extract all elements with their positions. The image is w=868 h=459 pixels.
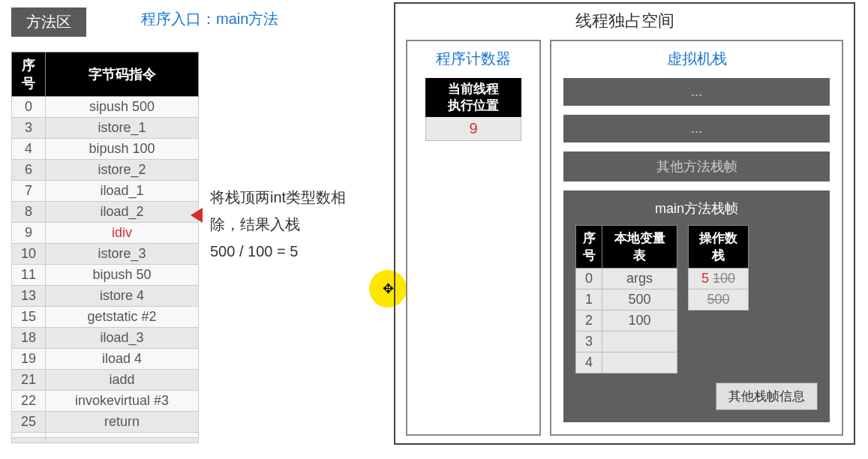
bytecode-instr — [46, 438, 199, 443]
bytecode-seq: 9 — [12, 223, 46, 244]
bytecode-instr: getstatic #2 — [46, 307, 199, 328]
opstack-cell: 500 — [689, 290, 749, 310]
lvt-val: args — [602, 268, 677, 290]
stack-frame-bar: ... — [563, 115, 830, 142]
local-variable-table: 序号 本地变量表 0args1500210034 — [575, 225, 677, 374]
bytecode-seq: 25 — [12, 412, 46, 433]
bytecode-instr: idiv — [46, 223, 199, 244]
bytecode-seq: 4 — [12, 139, 46, 160]
lvt-seq: 0 — [576, 268, 602, 290]
bytecode-instr: iload_2 — [46, 202, 199, 223]
pc-title: 程序计数器 — [407, 49, 539, 69]
bytecode-row: 13istore 4 — [12, 286, 199, 307]
bytecode-instr: istore_2 — [46, 160, 199, 181]
lvt-val: 100 — [602, 310, 677, 332]
bytecode-instr: bipush 100 — [46, 139, 199, 160]
main-frame: main方法栈帧 序号 本地变量表 0args1500210034 操作数栈 — [563, 190, 830, 422]
bytecode-seq: 8 — [12, 202, 46, 223]
move-cursor-icon: ✥ — [383, 280, 394, 297]
bytecode-row: 6istore_2 — [12, 160, 199, 181]
bytecode-row: 22invokevirtual #3 — [12, 391, 199, 412]
bytecode-instr: iload 4 — [46, 349, 199, 370]
bytecode-instr: iadd — [46, 370, 199, 391]
bytecode-row: 7iload_1 — [12, 181, 199, 202]
stack-frame-bar: 其他方法栈帧 — [563, 152, 830, 182]
bytecode-row: 19iload 4 — [12, 349, 199, 370]
lvt-val — [602, 332, 677, 352]
bytecode-row: 25return — [12, 412, 199, 433]
thread-space-panel: 线程独占空间 程序计数器 当前线程 执行位置 9 虚拟机栈 ... ... 其他… — [394, 2, 855, 445]
bytecode-header-seq: 序号 — [12, 52, 46, 97]
bytecode-seq: 6 — [12, 160, 46, 181]
lvt-row: 4 — [576, 352, 677, 374]
lvt-seq: 4 — [576, 352, 602, 374]
other-frame-info-button[interactable]: 其他栈帧信息 — [716, 382, 818, 410]
lvt-seq: 3 — [576, 332, 602, 352]
bytecode-seq: 19 — [12, 349, 46, 370]
bytecode-instr: iload_3 — [46, 328, 199, 349]
bytecode-seq: 7 — [12, 181, 46, 202]
operand-stack-table: 操作数栈 5 100500 — [688, 225, 749, 310]
lvt-row: 2100 — [576, 310, 677, 332]
explanation-text: 将栈顶两int类型数相 除，结果入栈 500 / 100 = 5 — [210, 184, 346, 265]
bytecode-seq: 11 — [12, 265, 46, 286]
bytecode-row: 8iload_2 — [12, 202, 199, 223]
bytecode-instr: iload_1 — [46, 181, 199, 202]
bytecode-row: 21iadd — [12, 370, 199, 391]
bytecode-header-instr: 字节码指令 — [46, 52, 199, 97]
lvt-seq: 1 — [576, 290, 602, 310]
opstack-cell: 5 100 — [689, 268, 749, 290]
lvt-header-val: 本地变量表 — [602, 226, 677, 268]
vm-stack-title: 虚拟机栈 — [563, 49, 830, 69]
bytecode-instr: bipush 50 — [46, 265, 199, 286]
bytecode-instr: sipush 500 — [46, 97, 199, 118]
lvt-header-seq: 序号 — [576, 226, 602, 268]
bytecode-instr: return — [46, 412, 199, 433]
bytecode-instr: invokevirtual #3 — [46, 391, 199, 412]
bytecode-seq: 13 — [12, 286, 46, 307]
opstack-row: 5 100 — [689, 268, 749, 290]
bytecode-row: 0sipush 500 — [12, 97, 199, 118]
lvt-seq: 2 — [576, 310, 602, 332]
pc-label: 当前线程 执行位置 — [425, 78, 521, 117]
bytecode-seq — [12, 438, 46, 443]
explanation-line: 将栈顶两int类型数相 — [210, 184, 346, 211]
bytecode-row — [12, 433, 199, 438]
lvt-row: 1500 — [576, 290, 677, 310]
bytecode-table: 序号 字节码指令 0sipush 5003istore_14bipush 100… — [11, 52, 199, 443]
bytecode-seq — [12, 433, 46, 438]
bytecode-instr — [46, 433, 199, 438]
bytecode-seq: 18 — [12, 328, 46, 349]
main-frame-title: main方法栈帧 — [575, 200, 818, 218]
bytecode-seq: 15 — [12, 307, 46, 328]
bytecode-seq: 10 — [12, 244, 46, 265]
lvt-row: 3 — [576, 332, 677, 352]
opstack-row: 500 — [689, 290, 749, 310]
program-counter-panel: 程序计数器 当前线程 执行位置 9 — [406, 40, 541, 436]
bytecode-seq: 0 — [12, 97, 46, 118]
entry-label: 程序入口：main方法 — [141, 9, 278, 29]
bytecode-row — [12, 438, 199, 443]
method-area-box: 方法区 — [11, 8, 86, 37]
bytecode-instr: istore_1 — [46, 118, 199, 139]
bytecode-row: 11bipush 50 — [12, 265, 199, 286]
bytecode-seq: 3 — [12, 118, 46, 139]
vm-stack-panel: 虚拟机栈 ... ... 其他方法栈帧 main方法栈帧 序号 本地变量表 0a… — [550, 40, 843, 436]
lvt-val: 500 — [602, 290, 677, 310]
current-instruction-pointer-icon — [191, 208, 203, 223]
bytecode-instr: istore_3 — [46, 244, 199, 265]
bytecode-seq: 21 — [12, 370, 46, 391]
bytecode-seq: 22 — [12, 391, 46, 412]
lvt-val — [602, 352, 677, 374]
bytecode-row: 9idiv — [12, 223, 199, 244]
thread-title: 线程独占空间 — [395, 4, 854, 40]
opstack-header: 操作数栈 — [689, 226, 749, 268]
bytecode-row: 10istore_3 — [12, 244, 199, 265]
pc-value: 9 — [425, 117, 521, 141]
explanation-line: 除，结果入栈 — [210, 211, 346, 238]
explanation-line: 500 / 100 = 5 — [210, 238, 346, 265]
bytecode-row: 18iload_3 — [12, 328, 199, 349]
lvt-row: 0args — [576, 268, 677, 290]
bytecode-instr: istore 4 — [46, 286, 199, 307]
bytecode-row: 15getstatic #2 — [12, 307, 199, 328]
